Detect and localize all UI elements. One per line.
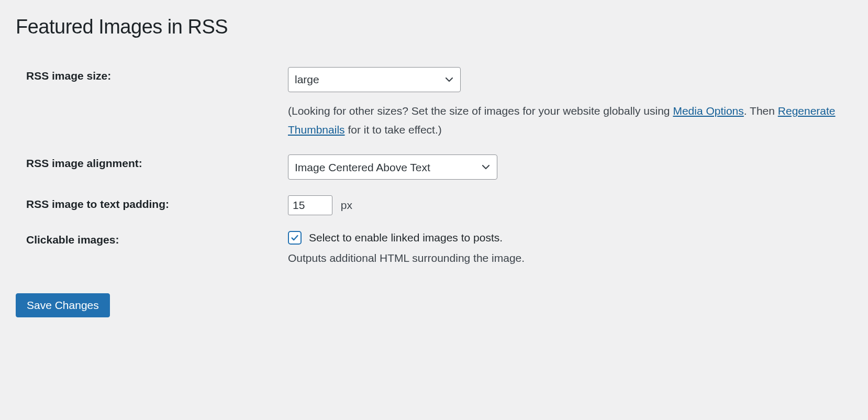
label-image-size: RSS image size:: [26, 70, 111, 82]
size-select[interactable]: large: [288, 67, 461, 92]
page-title: Featured Images in RSS: [16, 16, 852, 38]
save-changes-button[interactable]: Save Changes: [16, 293, 110, 317]
submit-row: Save Changes: [16, 293, 852, 317]
alignment-select-wrap: Image Centered Above Text: [288, 154, 497, 180]
row-image-alignment: RSS image alignment: Image Centered Abov…: [16, 147, 852, 187]
label-clickable: Clickable images:: [26, 234, 119, 246]
row-padding: RSS image to text padding: px: [16, 187, 852, 223]
size-help-text: (Looking for other sizes? Set the size o…: [288, 102, 847, 139]
padding-suffix: px: [341, 199, 352, 211]
clickable-checkbox[interactable]: [288, 231, 302, 245]
clickable-checkbox-row: Select to enable linked images to posts.: [288, 231, 847, 245]
form-table: RSS image size: large (Looking for other…: [16, 59, 852, 272]
clickable-check-label: Select to enable linked images to posts.: [309, 231, 503, 244]
size-help-suffix: for it to take effect.): [345, 124, 442, 136]
check-icon: [290, 233, 299, 242]
media-options-link[interactable]: Media Options: [673, 105, 743, 117]
size-select-wrap: large: [288, 67, 461, 92]
label-padding: RSS image to text padding:: [26, 198, 169, 210]
padding-input[interactable]: [288, 195, 332, 215]
label-image-alignment: RSS image alignment:: [26, 157, 142, 169]
settings-page: Featured Images in RSS RSS image size: l…: [0, 0, 868, 338]
size-help-prefix: (Looking for other sizes? Set the size o…: [288, 105, 673, 117]
size-help-mid: . Then: [744, 105, 778, 117]
row-image-size: RSS image size: large (Looking for other…: [16, 59, 852, 147]
alignment-select[interactable]: Image Centered Above Text: [288, 154, 497, 180]
row-clickable: Clickable images: Select to enable linke…: [16, 223, 852, 272]
clickable-sub-desc: Outputs additional HTML surrounding the …: [288, 252, 847, 264]
